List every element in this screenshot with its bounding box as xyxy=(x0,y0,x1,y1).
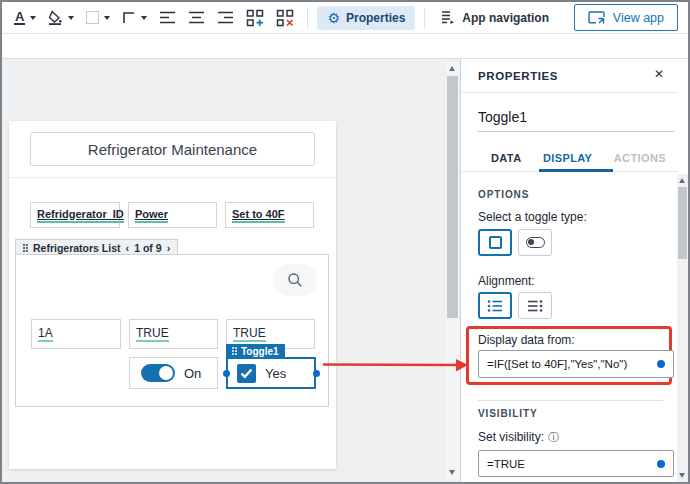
search-button[interactable] xyxy=(273,264,317,296)
view-app-icon xyxy=(588,10,605,25)
visibility-section-heading: VISIBILITY xyxy=(478,408,538,419)
column-header-label: Refridgerator_ID xyxy=(37,208,124,223)
formula-text: =TRUE xyxy=(487,458,525,470)
toggle-knob xyxy=(159,366,173,380)
toggle-type-switch-option[interactable] xyxy=(518,229,552,256)
control-name-value: Toggle1 xyxy=(478,109,527,125)
checkbox-label: Yes xyxy=(265,366,286,381)
binding-dot-icon[interactable] xyxy=(657,460,665,468)
toggle-switch-label: On xyxy=(184,366,201,381)
font-color-button[interactable]: A xyxy=(10,7,40,28)
border-style-icon xyxy=(122,11,136,25)
align-center-button[interactable] xyxy=(184,8,209,27)
column-header-label: Power xyxy=(135,208,168,223)
properties-panel: PROPERTIES ✕ Toggle1 DATA DISPLAY ACTION… xyxy=(460,59,688,482)
column-header-refrigerator-id[interactable]: Refridgerator_ID xyxy=(30,202,120,228)
value-field-refrigerator-id[interactable]: 1A xyxy=(31,319,121,349)
chevron-down-icon xyxy=(141,16,147,20)
checkbox-style-icon xyxy=(489,236,502,249)
app-header-strip xyxy=(2,35,688,59)
alignment-left-option[interactable] xyxy=(478,292,512,319)
toggle-switch-on[interactable] xyxy=(141,364,175,382)
visibility-label-text: Set visibility: xyxy=(478,430,544,444)
fill-color-button[interactable] xyxy=(44,7,78,28)
gear-icon: ⚙ xyxy=(327,11,340,25)
formula-text: =IF([Set to 40F],"Yes","No") xyxy=(487,358,627,370)
bullet-list-left-icon xyxy=(487,299,503,313)
toggle1-control[interactable]: Yes xyxy=(226,357,316,389)
toolbar-divider xyxy=(424,8,425,28)
border-style-button[interactable] xyxy=(118,8,151,28)
selection-handle-right[interactable] xyxy=(313,370,320,377)
column-header-label: Set to 40F xyxy=(232,208,285,223)
bullet-list-right-icon xyxy=(527,299,543,313)
selection-handle-left[interactable] xyxy=(223,370,230,377)
add-block-button[interactable] xyxy=(242,6,268,30)
tab-data[interactable]: DATA xyxy=(491,152,522,164)
value-text: 1A xyxy=(38,326,53,342)
drag-handle-icon[interactable] xyxy=(232,347,237,355)
refrigerators-list-tab[interactable]: Refrigerators List ‹ 1 of 9 › xyxy=(15,239,178,255)
visibility-label: Set visibility:ⓘ xyxy=(478,430,559,445)
align-left-icon xyxy=(159,11,176,24)
checkbox-checked[interactable] xyxy=(237,364,256,383)
display-data-label: Display data from: xyxy=(478,333,575,347)
card-divider xyxy=(9,177,336,178)
value-text: TRUE xyxy=(233,326,266,342)
canvas-scrollbar-thumb[interactable] xyxy=(447,76,458,318)
next-record-button[interactable]: › xyxy=(167,243,171,253)
scroll-down-icon[interactable] xyxy=(449,470,455,475)
scroll-up-icon[interactable] xyxy=(449,66,455,71)
scroll-down-icon[interactable] xyxy=(679,473,685,478)
fill-color-icon xyxy=(48,10,63,25)
active-tab-underline xyxy=(539,169,613,172)
builder-canvas: Refrigerator Maintenance Refridgerator_I… xyxy=(2,59,460,482)
properties-button[interactable]: ⚙ Properties xyxy=(317,6,415,30)
info-icon[interactable]: ⓘ xyxy=(548,430,559,445)
panel-scrollbar[interactable] xyxy=(677,174,688,482)
toggle1-selection-tag[interactable]: Toggle1 xyxy=(226,344,285,358)
control-name-input[interactable]: Toggle1 xyxy=(478,103,674,132)
toggle-type-label: Select a toggle type: xyxy=(478,210,587,224)
form-title: Refrigerator Maintenance xyxy=(88,141,257,158)
visibility-formula-input[interactable]: =TRUE xyxy=(478,450,674,477)
alignment-right-option[interactable] xyxy=(518,292,552,319)
drag-handle-icon[interactable] xyxy=(23,244,28,252)
close-icon[interactable]: ✕ xyxy=(654,67,664,81)
column-header-power[interactable]: Power xyxy=(128,202,217,228)
canvas-scrollbar[interactable] xyxy=(446,62,459,479)
remove-block-button[interactable] xyxy=(272,6,298,30)
power-toggle-block: On xyxy=(129,357,218,389)
app-navigation-icon xyxy=(440,10,455,25)
scroll-up-icon[interactable] xyxy=(679,178,685,183)
align-right-icon xyxy=(217,11,234,24)
selected-control-name: Toggle1 xyxy=(241,346,279,357)
display-data-formula-input[interactable]: =IF([Set to 40F],"Yes","No") xyxy=(478,350,674,378)
view-app-button[interactable]: View app xyxy=(574,4,678,31)
previous-record-button[interactable]: ‹ xyxy=(126,243,130,253)
form-title-block[interactable]: Refrigerator Maintenance xyxy=(30,132,315,166)
border-color-button[interactable] xyxy=(82,8,114,27)
binding-dot-icon[interactable] xyxy=(657,360,665,368)
pagination-counter: 1 of 9 xyxy=(134,242,161,254)
formatting-toolbar: A xyxy=(2,2,688,34)
border-color-icon xyxy=(86,11,99,24)
chevron-down-icon xyxy=(104,16,110,20)
view-app-label: View app xyxy=(613,11,664,25)
remove-block-icon xyxy=(276,9,294,27)
panel-scrollbar-thumb[interactable] xyxy=(678,187,687,259)
check-icon xyxy=(240,368,253,379)
options-section-heading: OPTIONS xyxy=(478,189,529,200)
panel-tabs: DATA DISPLAY ACTIONS xyxy=(461,145,678,172)
tab-display[interactable]: DISPLAY xyxy=(543,152,592,164)
align-right-button[interactable] xyxy=(213,8,238,27)
column-header-set-to-40f[interactable]: Set to 40F xyxy=(225,202,314,228)
value-field-power[interactable]: TRUE xyxy=(129,319,218,349)
alignment-label: Alignment: xyxy=(478,274,535,288)
tab-actions[interactable]: ACTIONS xyxy=(614,152,666,164)
app-navigation-button[interactable]: App navigation xyxy=(434,6,555,29)
align-left-button[interactable] xyxy=(155,8,180,27)
font-color-icon: A xyxy=(14,10,25,25)
toggle-type-checkbox-option[interactable] xyxy=(478,229,512,256)
panel-divider xyxy=(461,92,678,93)
